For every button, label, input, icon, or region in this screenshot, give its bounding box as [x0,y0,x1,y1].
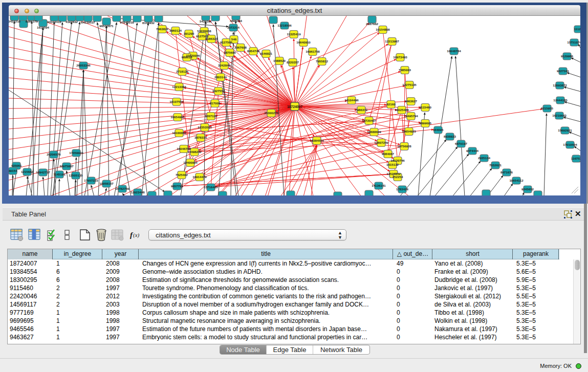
svg-text:17957223: 17957223 [84,179,98,182]
svg-text:1615594: 1615594 [37,26,50,29]
svg-text:3242848: 3242848 [218,63,231,67]
svg-text:3878334: 3878334 [194,136,207,139]
svg-text:20206576: 20206576 [47,152,61,156]
svg-text:4192832: 4192832 [66,20,78,24]
svg-text:7663822: 7663822 [156,27,169,31]
svg-text:12213967: 12213967 [385,39,399,43]
svg-text:12444185: 12444185 [553,98,568,102]
svg-text:17359924: 17359924 [69,151,83,155]
svg-text:93103413: 93103413 [47,20,61,24]
svg-text:3267110: 3267110 [205,114,217,118]
svg-text:5430391: 5430391 [200,19,212,23]
svg-text:9657791: 9657791 [171,184,184,188]
svg-text:8215955: 8215955 [541,106,554,110]
svg-text:2087662: 2087662 [366,22,379,26]
svg-text:4896383: 4896383 [230,19,243,23]
svg-text:7955812: 7955812 [316,59,329,63]
svg-text:989610: 989610 [182,55,192,59]
svg-text:11325419: 11325419 [287,32,301,36]
svg-text:7632621: 7632621 [489,163,502,167]
svg-text:8186323: 8186323 [205,37,218,40]
svg-text:15692921: 15692921 [558,128,572,132]
svg-text:8148932: 8148932 [142,21,155,25]
svg-text:18724007: 18724007 [287,105,302,108]
svg-text:39154: 39154 [9,169,17,172]
svg-text:19495794: 19495794 [404,114,418,118]
svg-text:16107554: 16107554 [169,100,184,103]
svg-text:15716485: 15716485 [204,185,218,189]
svg-text:12505135: 12505135 [69,173,83,177]
svg-text:12353594: 12353594 [198,125,212,129]
svg-text:25300275: 25300275 [264,111,278,115]
svg-text:9146821: 9146821 [260,52,273,55]
svg-text:19166852: 19166852 [172,131,186,135]
svg-text:1615132: 1615132 [386,163,399,166]
svg-text:10654985: 10654985 [170,115,185,119]
svg-text:7625402: 7625402 [176,173,188,177]
svg-text:53226058: 53226058 [197,29,211,33]
svg-text:17010504: 17010504 [563,143,577,146]
svg-text:817006: 817006 [210,101,221,105]
svg-text:9127505: 9127505 [220,40,233,44]
svg-text:97848018: 97848018 [120,20,134,24]
svg-text:14498242: 14498242 [187,150,202,154]
svg-text:16914479: 16914479 [192,175,207,179]
svg-text:6879197: 6879197 [455,142,468,145]
svg-text:8220357: 8220357 [287,60,299,64]
svg-text:13807249: 13807249 [374,141,388,144]
svg-text:12093872: 12093872 [553,83,567,87]
svg-text:9474444: 9474444 [466,149,479,152]
svg-text:12942737: 12942737 [36,170,50,174]
svg-text:3960124: 3960124 [169,29,182,32]
svg-text:14136141: 14136141 [372,184,386,187]
svg-text:9129986: 9129986 [561,54,574,58]
svg-text:10025488: 10025488 [395,108,409,112]
svg-text:7485003: 7485003 [399,68,411,72]
svg-text:2803144: 2803144 [214,75,227,79]
svg-text:9084067: 9084067 [382,152,395,156]
svg-text:16104496: 16104496 [344,98,359,102]
svg-text:16648784: 16648784 [447,49,461,53]
svg-text:9115460: 9115460 [419,105,431,109]
svg-text:9245652: 9245652 [521,187,534,191]
svg-text:(x): (x) [133,232,140,238]
svg-text:546: 546 [231,37,237,41]
svg-text:16961758: 16961758 [306,50,320,53]
svg-text:252254: 252254 [393,175,403,179]
svg-text:16210643: 16210643 [552,114,567,117]
svg-text:10688609: 10688609 [367,130,381,134]
svg-text:11123: 11123 [574,27,580,31]
svg-text:164095: 164095 [433,128,444,132]
svg-text:10654112: 10654112 [509,179,524,182]
svg-text:19756928: 19756928 [397,144,411,148]
svg-text:16120746: 16120746 [390,159,405,162]
svg-text:19654923: 19654923 [402,129,416,133]
svg-text:15751074: 15751074 [567,40,580,44]
svg-text:8454749: 8454749 [247,49,260,53]
svg-text:8471676: 8471676 [500,170,513,174]
svg-text:9899695: 9899695 [419,121,432,125]
svg-text:12275135: 12275135 [402,83,417,86]
svg-text:64139537: 64139537 [81,20,95,24]
svg-text:3875685: 3875685 [224,51,236,54]
svg-text:12400994: 12400994 [183,161,198,164]
svg-text:62160: 62160 [386,102,396,106]
svg-text:16782759: 16782759 [115,187,129,190]
svg-text:32975887: 32975887 [59,164,74,168]
svg-text:1588520: 1588520 [273,59,286,62]
svg-text:3572214: 3572214 [227,26,240,29]
svg-text:13218506: 13218506 [277,24,292,27]
svg-text:10973493: 10973493 [393,55,407,59]
svg-text:15720407: 15720407 [362,119,376,122]
svg-text:8386379: 8386379 [26,19,38,23]
svg-text:10154808: 10154808 [376,28,390,31]
svg-text:0433218: 0433218 [9,19,21,23]
svg-text:116753: 116753 [571,157,580,160]
svg-text:2367608: 2367608 [234,46,247,49]
svg-text:16640910: 16640910 [296,40,311,44]
svg-text:1215682: 1215682 [21,170,34,173]
svg-text:2718126: 2718126 [176,70,189,73]
svg-text:9227341: 9227341 [557,69,570,73]
svg-text:10958157: 10958157 [99,182,114,185]
svg-text:12923448: 12923448 [130,190,145,194]
